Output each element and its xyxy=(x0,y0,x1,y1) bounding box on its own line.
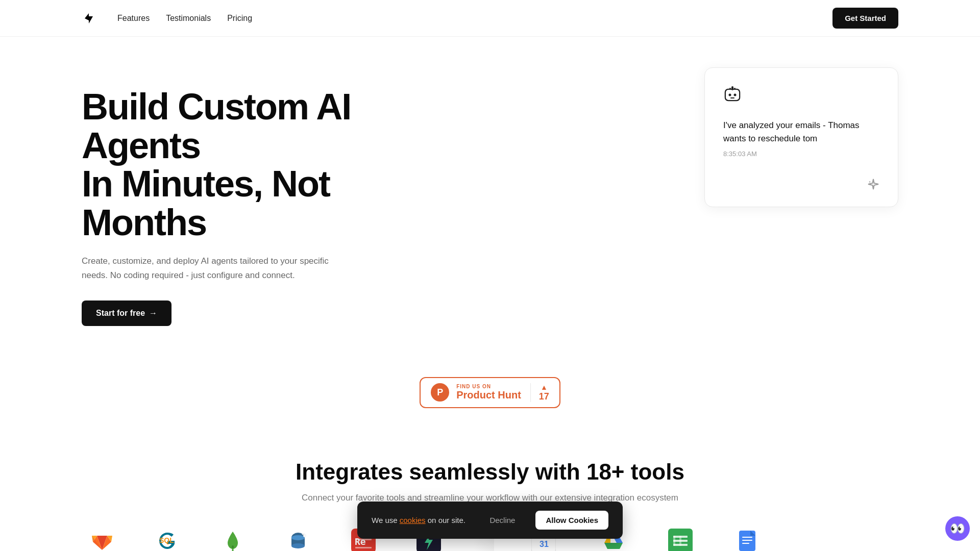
svg-point-14 xyxy=(291,543,305,548)
svg-point-5 xyxy=(734,94,737,96)
logo[interactable] xyxy=(82,11,97,26)
svg-rect-2 xyxy=(725,89,740,101)
hero-section: Build Custom AI Agents In Minutes, Not M… xyxy=(0,37,980,357)
nav-link-testimonials[interactable]: Testimonials xyxy=(166,14,211,22)
tool-gsheets: Google Sheets xyxy=(658,528,702,551)
allow-cookies-button[interactable]: Allow Cookies xyxy=(535,511,608,530)
tool-icon-mongodb xyxy=(219,528,246,551)
cookie-link[interactable]: cookies xyxy=(400,516,426,524)
svg-point-11 xyxy=(232,545,234,548)
hero-card: I've analyzed your emails - Thomas wants… xyxy=(704,67,898,207)
hero-content: Build Custom AI Agents In Minutes, Not M… xyxy=(82,78,429,326)
navbar: Features Testimonials Pricing Get Starte… xyxy=(0,0,980,37)
product-hunt-count: 17 xyxy=(539,391,549,402)
decline-button[interactable]: Decline xyxy=(481,512,523,529)
integrations-title: Integrates seamlessly with 18+ tools xyxy=(82,459,898,485)
hero-subtitle: Create, customize, and deploy AI agents … xyxy=(82,254,337,282)
product-hunt-section: P FIND US ON Product Hunt ▲ 17 xyxy=(0,357,980,439)
hero-title: Build Custom AI Agents In Minutes, Not M… xyxy=(82,88,429,242)
svg-text:SQL: SQL xyxy=(159,536,174,544)
chat-widget-icon: 👀 xyxy=(950,521,965,536)
chat-widget[interactable]: 👀 xyxy=(945,516,970,541)
svg-rect-37 xyxy=(742,540,752,541)
nav-item-testimonials[interactable]: Testimonials xyxy=(166,14,211,23)
tool-icon-gdocs xyxy=(734,528,761,551)
cookie-banner: We use cookies on our site. Decline Allo… xyxy=(357,502,623,539)
nav-item-pricing[interactable]: Pricing xyxy=(227,14,252,23)
svg-point-4 xyxy=(729,94,731,96)
tool-postgresql: PostgreSQL xyxy=(278,528,318,551)
svg-rect-36 xyxy=(742,537,752,538)
svg-rect-33 xyxy=(673,536,675,546)
svg-rect-20 xyxy=(355,539,372,540)
start-free-arrow: → xyxy=(149,309,157,318)
bot-icon xyxy=(723,84,879,107)
product-hunt-votes: ▲ 17 xyxy=(530,383,549,402)
start-free-button[interactable]: Start for free → xyxy=(82,300,172,326)
svg-rect-38 xyxy=(742,543,749,544)
cookie-message-after: on our site. xyxy=(426,516,465,524)
card-message: I've analyzed your emails - Thomas wants… xyxy=(723,119,879,145)
tool-gdocs: Google Docs xyxy=(727,528,768,551)
svg-point-15 xyxy=(291,535,305,540)
product-hunt-badge[interactable]: P FIND US ON Product Hunt ▲ 17 xyxy=(420,377,560,408)
tool-mysql: SQL MySQL xyxy=(147,528,188,551)
svg-rect-7 xyxy=(731,86,733,90)
svg-rect-34 xyxy=(679,536,681,546)
nav-item-features[interactable]: Features xyxy=(117,14,150,23)
nav-links: Features Testimonials Pricing xyxy=(117,14,252,23)
tool-mongodb: MongoDB xyxy=(212,528,253,551)
product-hunt-name: Product Hunt xyxy=(456,389,521,401)
hero-title-line2: In Minutes, Not Months xyxy=(82,163,330,243)
sparkle-icon xyxy=(723,178,879,190)
svg-rect-19 xyxy=(355,547,372,548)
svg-point-16 xyxy=(303,534,306,537)
tool-icon-mysql: SQL xyxy=(154,528,181,551)
get-started-button[interactable]: Get Started xyxy=(832,8,898,29)
tool-icon-gitlab xyxy=(89,528,115,551)
nav-link-features[interactable]: Features xyxy=(117,14,150,22)
logo-icon xyxy=(82,11,96,26)
cookie-text: We use cookies on our site. xyxy=(372,516,469,524)
svg-text:31: 31 xyxy=(540,540,549,548)
product-hunt-find-label: FIND US ON xyxy=(456,384,521,389)
product-hunt-arrow: ▲ xyxy=(541,383,548,391)
cookie-message-before: We use xyxy=(372,516,400,524)
hero-title-line1: Build Custom AI Agents xyxy=(82,86,351,166)
tool-icon-gsheets xyxy=(667,528,694,551)
nav-link-pricing[interactable]: Pricing xyxy=(227,14,252,22)
svg-rect-9 xyxy=(734,88,736,89)
product-hunt-text: FIND US ON Product Hunt xyxy=(456,384,521,401)
product-hunt-logo: P xyxy=(431,383,449,402)
svg-rect-8 xyxy=(729,88,731,89)
card-time: 8:35:03 AM xyxy=(723,150,879,158)
svg-rect-6 xyxy=(730,97,734,98)
start-free-label: Start for free xyxy=(96,309,145,318)
tool-icon-postgresql xyxy=(285,528,311,551)
tool-gitlab: GitLab xyxy=(82,528,122,551)
